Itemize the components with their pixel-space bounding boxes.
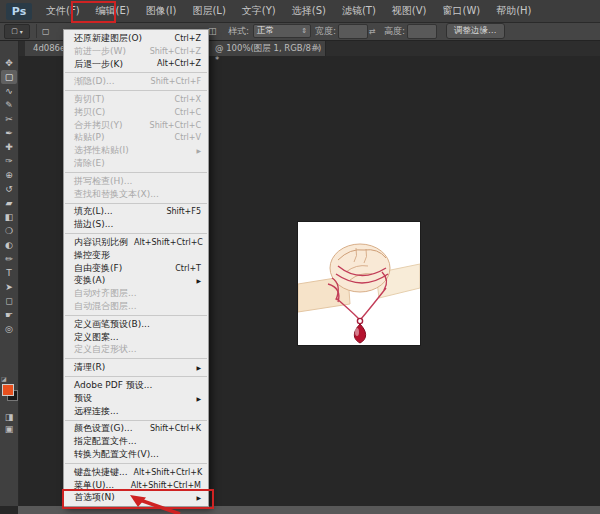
menu-item[interactable]: 变换(A)▶ bbox=[64, 275, 208, 288]
menu-item-shortcut: Alt+Shift+Ctrl+K bbox=[134, 468, 203, 477]
menu-item: 自动对齐图层... bbox=[64, 287, 208, 300]
tool-preset-picker[interactable]: ▢ ▾ bbox=[4, 22, 30, 40]
menubar-item-s[interactable]: 选择(S) bbox=[284, 0, 334, 22]
path-selection-tool[interactable]: ➤ bbox=[1, 280, 17, 294]
menu-item: 粘贴(P)Ctrl+V bbox=[64, 132, 208, 145]
hand-tool[interactable]: ☛ bbox=[1, 308, 17, 322]
color-swatches: ◪ bbox=[1, 382, 17, 404]
screen-mode-icon[interactable]: ▣ bbox=[5, 424, 14, 434]
menu-separator bbox=[65, 72, 207, 73]
menu-item[interactable]: 内容识别比例Alt+Shift+Ctrl+C bbox=[64, 236, 208, 249]
menu-item-label: 定义图案... bbox=[74, 331, 119, 344]
menu-item-label: 颜色设置(G)... bbox=[74, 422, 133, 435]
menubar-item-t[interactable]: 滤镜(T) bbox=[334, 0, 384, 22]
menu-item-label: 定义画笔预设(B)... bbox=[74, 318, 150, 331]
menu-item[interactable]: 清理(R)▶ bbox=[64, 361, 208, 374]
divider bbox=[36, 24, 37, 38]
crop-tool[interactable]: ✂ bbox=[1, 112, 17, 126]
width-label: 宽度: bbox=[315, 22, 336, 40]
close-icon[interactable]: × bbox=[314, 43, 321, 53]
menu-item-shortcut: Shift+Ctrl+Z bbox=[150, 47, 201, 56]
menu-item-label: 描边(S)... bbox=[74, 218, 113, 231]
brush-tool[interactable]: ✑ bbox=[1, 154, 17, 168]
menu-item[interactable]: 后退一步(K)Alt+Ctrl+Z bbox=[64, 58, 208, 71]
width-input[interactable] bbox=[338, 24, 368, 39]
menu-item-label: 变换(A) bbox=[74, 274, 105, 287]
menu-item[interactable]: 远程连接... bbox=[64, 405, 208, 418]
menu-item[interactable]: 定义图案... bbox=[64, 331, 208, 344]
blur-tool[interactable]: ❍ bbox=[1, 224, 17, 238]
foreground-color-swatch[interactable] bbox=[2, 384, 14, 396]
menubar-item-y[interactable]: 文字(Y) bbox=[234, 0, 284, 22]
menu-item[interactable]: 键盘快捷键...Alt+Shift+Ctrl+K bbox=[64, 466, 208, 479]
menu-item[interactable]: 转换为配置文件(V)... bbox=[64, 448, 208, 461]
menubar-item-e[interactable]: 编辑(E) bbox=[88, 0, 138, 22]
eyedropper-tool[interactable]: ✒ bbox=[1, 126, 17, 140]
menu-separator bbox=[65, 358, 207, 359]
canvas-image[interactable] bbox=[298, 222, 420, 345]
swap-dimensions-icon[interactable]: ⇄ bbox=[369, 22, 376, 40]
menubar-item-w[interactable]: 窗口(W) bbox=[434, 0, 488, 22]
style-dropdown[interactable]: 正常 ⇕ bbox=[253, 22, 311, 40]
menu-item[interactable]: 首选项(N)▶ bbox=[64, 492, 208, 505]
menu-item[interactable]: 指定配置文件... bbox=[64, 435, 208, 448]
menu-item-label: 清理(R) bbox=[74, 361, 105, 374]
menu-item-label: 选择性粘贴(I) bbox=[74, 144, 129, 157]
default-colors-icon[interactable]: ◪ bbox=[1, 375, 7, 382]
menu-item: 清除(E) bbox=[64, 157, 208, 170]
menubar-item-h[interactable]: 帮助(H) bbox=[488, 0, 539, 22]
menu-separator bbox=[65, 420, 207, 421]
menu-item[interactable]: 菜单(U)...Alt+Shift+Ctrl+M bbox=[64, 479, 208, 492]
menu-item-label: 预设 bbox=[74, 392, 92, 405]
menu-item-label: 清除(E) bbox=[74, 157, 105, 170]
menu-item[interactable]: 还原新建图层(O)Ctrl+Z bbox=[64, 32, 208, 45]
menubar-item-f[interactable]: 文件(F) bbox=[38, 0, 88, 22]
menubar-item-v[interactable]: 视图(V) bbox=[384, 0, 435, 22]
menu-item[interactable]: 颜色设置(G)...Shift+Ctrl+K bbox=[64, 423, 208, 436]
gradient-tool[interactable]: ◧ bbox=[1, 210, 17, 224]
selection-mode-icon[interactable]: ◫ bbox=[208, 22, 217, 40]
menu-item[interactable]: 预设▶ bbox=[64, 392, 208, 405]
menubar-item-l[interactable]: 图层(L) bbox=[184, 0, 233, 22]
menu-item-label: 定义自定形状... bbox=[74, 343, 137, 356]
dodge-tool[interactable]: ◐ bbox=[1, 238, 17, 252]
clone-stamp-tool[interactable]: ⊕ bbox=[1, 168, 17, 182]
shape-tool[interactable]: ◻ bbox=[1, 294, 17, 308]
menu-separator bbox=[65, 203, 207, 204]
healing-brush-tool[interactable]: ✚ bbox=[1, 140, 17, 154]
menu-item[interactable]: 描边(S)... bbox=[64, 218, 208, 231]
menu-item[interactable]: 填充(L)...Shift+F5 bbox=[64, 206, 208, 219]
pen-tool[interactable]: ✏ bbox=[1, 252, 17, 266]
submenu-arrow-icon: ▶ bbox=[196, 395, 201, 402]
zoom-tool[interactable]: ◎ bbox=[1, 322, 17, 336]
menu-item-label: 内容识别比例 bbox=[74, 236, 128, 249]
edit-menu-popup: 还原新建图层(O)Ctrl+Z前进一步(W)Shift+Ctrl+Z后退一步(K… bbox=[63, 29, 209, 507]
photoshop-logo: Ps bbox=[6, 3, 32, 20]
menubar-item-i[interactable]: 图像(I) bbox=[138, 0, 185, 22]
menu-item: 拷贝(C)Ctrl+C bbox=[64, 106, 208, 119]
lasso-tool[interactable]: ∿ bbox=[1, 84, 17, 98]
quick-mask-icon[interactable]: ◨ bbox=[5, 412, 14, 422]
type-tool[interactable]: T bbox=[1, 266, 17, 280]
menu-item: 查找和替换文本(X)... bbox=[64, 188, 208, 201]
menu-item-shortcut: Alt+Ctrl+Z bbox=[157, 59, 201, 68]
marquee-tool[interactable]: ▢ bbox=[1, 70, 17, 84]
menu-item-label: 菜单(U)... bbox=[74, 479, 114, 492]
menu-item: 自动混合图层... bbox=[64, 300, 208, 313]
menu-item-label: 操控变形 bbox=[74, 249, 110, 262]
style-value: 正常 bbox=[257, 25, 274, 37]
menu-item[interactable]: Adobe PDF 预设... bbox=[64, 379, 208, 392]
move-tool[interactable]: ✥ bbox=[1, 56, 17, 70]
eraser-tool[interactable]: ▰ bbox=[1, 196, 17, 210]
history-brush-tool[interactable]: ↺ bbox=[1, 182, 17, 196]
menu-item[interactable]: 定义画笔预设(B)... bbox=[64, 318, 208, 331]
menu-item: 选择性粘贴(I)▶ bbox=[64, 144, 208, 157]
menu-item-label: 拼写检查(H)... bbox=[74, 175, 132, 188]
menu-item[interactable]: 操控变形 bbox=[64, 249, 208, 262]
refine-edge-button[interactable]: 调整边缘… bbox=[446, 23, 505, 39]
height-input[interactable] bbox=[407, 24, 437, 39]
quick-selection-tool[interactable]: ✎ bbox=[1, 98, 17, 112]
document-title-left: 4d086e bbox=[33, 43, 65, 53]
menu-item[interactable]: 自由变换(F)Ctrl+T bbox=[64, 262, 208, 275]
menu-item: 拼写检查(H)... bbox=[64, 175, 208, 188]
